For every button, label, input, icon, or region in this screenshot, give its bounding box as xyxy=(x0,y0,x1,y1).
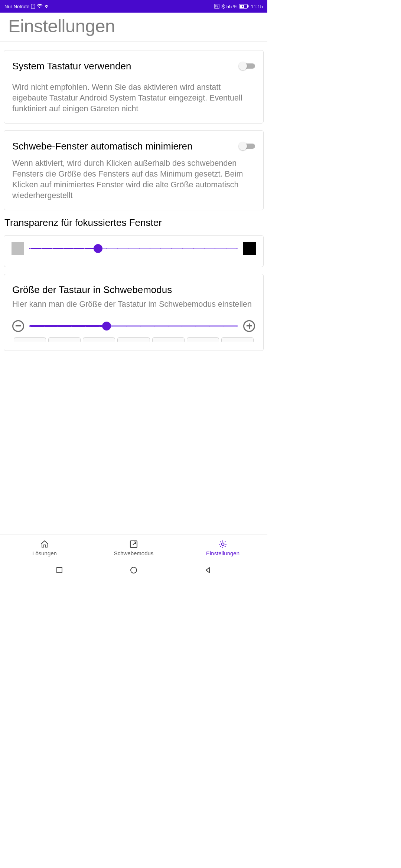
svg-point-9 xyxy=(222,543,224,545)
bottom-tabbar: Lösungen Schwebemodus Einstellungen xyxy=(0,534,267,561)
tab-settings[interactable]: Einstellungen xyxy=(178,535,267,561)
increase-button[interactable] xyxy=(243,320,255,332)
svg-point-11 xyxy=(131,567,137,573)
system-navbar xyxy=(0,561,267,579)
key-preview xyxy=(14,337,46,342)
app-header: Einstellungen xyxy=(0,13,267,42)
setting-system-keyboard: System Tastatur verwenden Wird nicht emp… xyxy=(4,50,264,124)
tab-label: Einstellungen xyxy=(206,550,239,556)
transparency-min-swatch xyxy=(12,242,24,255)
tab-solutions[interactable]: Lösungen xyxy=(0,535,89,561)
setting-description: Wenn aktiviert, wird durch Klicken außer… xyxy=(12,158,255,201)
setting-row: Schwebe-Fenster automatisch minimieren xyxy=(12,140,255,152)
key-preview xyxy=(187,337,219,342)
svg-point-2 xyxy=(46,7,47,8)
setting-auto-minimize: Schwebe-Fenster automatisch minimieren W… xyxy=(4,130,264,211)
network-label: Nur Notrufe xyxy=(4,4,29,9)
keyboard-size-slider-row xyxy=(12,320,255,332)
keyboard-size-slider[interactable] xyxy=(29,322,238,331)
svg-rect-7 xyxy=(248,6,249,7)
transparency-max-swatch xyxy=(243,242,256,255)
status-left: Nur Notrufe xyxy=(4,4,49,9)
setting-row: System Tastatur verwenden xyxy=(12,60,255,72)
setting-transparency xyxy=(4,235,264,267)
setting-keyboard-size: Größe der Tastaur in Schwebemodus Hier k… xyxy=(4,274,264,351)
gear-icon xyxy=(218,539,228,549)
external-icon xyxy=(129,539,138,549)
nav-back-button[interactable] xyxy=(204,566,212,574)
svg-rect-3 xyxy=(46,5,47,6)
tab-label: Lösungen xyxy=(32,550,57,556)
time-label: 11:15 xyxy=(251,4,263,9)
page-title: Einstellungen xyxy=(8,16,259,36)
key-preview xyxy=(83,337,115,342)
wifi-icon xyxy=(37,4,43,9)
battery-label: 55 % xyxy=(226,4,238,9)
battery-icon xyxy=(239,4,249,9)
auto-minimize-toggle[interactable] xyxy=(239,141,255,151)
nav-home-button[interactable] xyxy=(130,566,138,574)
setting-description: Hier kann man die Größe der Tastatur im … xyxy=(12,299,255,310)
setting-title: System Tastatur verwenden xyxy=(12,60,234,72)
sim-warning-icon xyxy=(31,4,35,9)
tab-label: Schwebemodus xyxy=(114,550,154,556)
transparency-slider[interactable] xyxy=(29,244,238,253)
key-preview xyxy=(221,337,254,342)
hotspot-icon xyxy=(44,4,49,9)
home-icon xyxy=(40,539,49,549)
tab-floating-mode[interactable]: Schwebemodus xyxy=(89,535,178,561)
setting-title: Schwebe-Fenster automatisch minimieren xyxy=(12,140,234,152)
setting-description: Wird nicht empfohlen. Wenn Sie das aktiv… xyxy=(12,82,255,114)
svg-rect-10 xyxy=(57,568,62,573)
status-right: 55 % 11:15 xyxy=(214,4,263,9)
nfc-icon xyxy=(214,4,219,9)
settings-content[interactable]: System Tastatur verwenden Wird nicht emp… xyxy=(0,42,267,534)
key-preview xyxy=(152,337,185,342)
key-preview xyxy=(117,337,150,342)
transparency-slider-row xyxy=(12,242,256,255)
decrease-button[interactable] xyxy=(12,320,24,332)
key-preview xyxy=(48,337,81,342)
transparency-label: Transparenz für fokussiertes Fenster xyxy=(4,217,264,228)
system-keyboard-toggle[interactable] xyxy=(239,61,255,71)
setting-title: Größe der Tastaur in Schwebemodus xyxy=(12,284,255,296)
status-bar: Nur Notrufe 55 % 11:15 xyxy=(0,0,267,13)
bluetooth-icon xyxy=(221,4,225,9)
svg-point-1 xyxy=(33,7,33,8)
nav-recent-button[interactable] xyxy=(55,566,63,574)
keyboard-preview xyxy=(12,337,255,342)
